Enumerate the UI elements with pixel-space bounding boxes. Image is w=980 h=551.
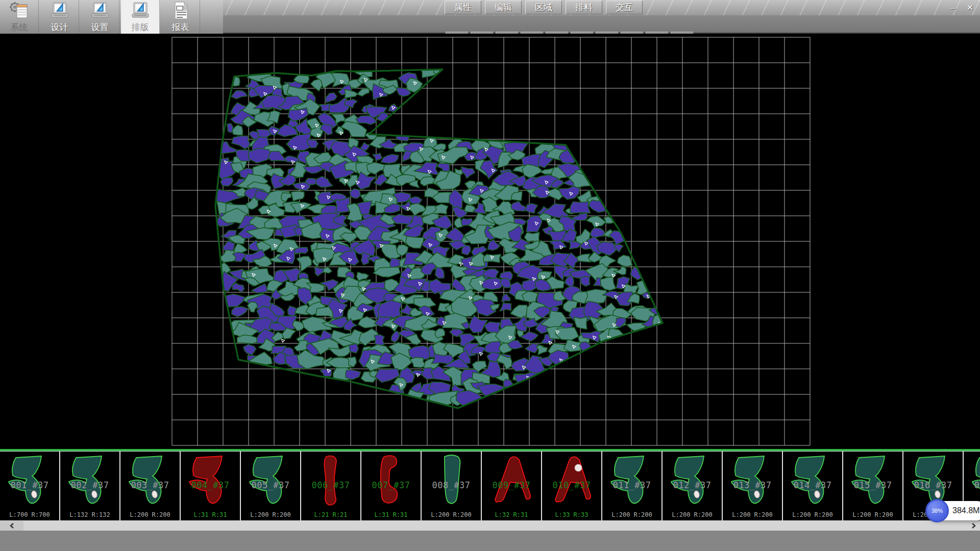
piece-thumbnail[interactable]: 013_#37L:200 R:200: [723, 452, 783, 520]
minimize-button[interactable]: ─: [945, 2, 961, 13]
piece-thumbnail[interactable]: 004_#37L:31 R:31: [181, 452, 241, 520]
piece-lr-count-label: L:200 R:200: [120, 511, 180, 518]
memory-percent-indicator: 38%: [925, 499, 949, 522]
piece-lr-count-label: L:200 R:200: [663, 511, 722, 518]
memory-amount-label: 384.8M: [952, 506, 979, 515]
piece-thumbnail[interactable]: 014_#37L:200 R:200: [783, 452, 843, 520]
report-icon: [170, 2, 191, 21]
piece-thumbnail[interactable]: 003_#37L:200 R:200: [120, 452, 181, 520]
piece-lr-count-label: L:200 R:200: [422, 511, 481, 518]
app-mode-label: 报表: [172, 21, 189, 33]
piece-thumbnail[interactable]: 008_#37L:200 R:200: [422, 452, 482, 520]
piece-lr-count-label: L:132 R:132: [60, 511, 119, 518]
scroll-left-arrow-icon[interactable]: [0, 521, 23, 531]
piece-lr-count-label: L:31 R:31: [361, 511, 421, 518]
app-mode-design-button[interactable]: 设计: [40, 0, 79, 34]
app-mode-label: 设计: [51, 21, 68, 33]
menu-tab-5[interactable]: 交互: [606, 1, 643, 14]
piece-id-label: 006_#37: [301, 480, 360, 490]
scroll-right-arrow-icon[interactable]: [967, 521, 980, 531]
laptop-icon: [90, 2, 110, 21]
ribbon: 属性编辑区域排料交互 ─ ✕ 聚排相机选割全割区域瑕疵左靠右靠上靠下靠 系统设计…: [0, 0, 980, 34]
window-controls: ─ ✕: [945, 2, 978, 13]
piece-lr-count-label: L:33 R:33: [542, 511, 601, 518]
piece-lr-count-label: L:21 R:21: [301, 511, 360, 518]
piece-id-label: 014_#37: [783, 480, 842, 490]
menu-tab-4[interactable]: 排料: [566, 1, 602, 14]
menu-tabs: 属性编辑区域排料交互: [445, 1, 646, 15]
status-bar: [0, 531, 980, 551]
piece-id-label: 001_#37: [0, 480, 59, 490]
laptop-icon: [130, 2, 151, 21]
piece-id-label: 005_#37: [241, 480, 300, 490]
piece-id-label: 012_#37: [663, 480, 722, 490]
piece-lr-count-label: L:700 R:700: [0, 511, 59, 518]
piece-lr-count-label: L:31 R:31: [181, 511, 240, 518]
menu-tab-2[interactable]: 编辑: [485, 1, 522, 14]
piece-lr-count-label: L:200 R:200: [723, 511, 782, 518]
piece-thumbnail[interactable]: 012_#37L:200 R:200: [663, 452, 723, 520]
app-mode-label: 排版: [132, 21, 149, 33]
horizontal-scrollbar[interactable]: [0, 521, 980, 531]
piece-id-label: 013_#37: [723, 480, 782, 490]
app-mode-system-button[interactable]: 系统: [0, 0, 39, 34]
nested-pieces: [209, 66, 672, 407]
piece-id-label: 007_#37: [361, 480, 421, 490]
close-button[interactable]: ✕: [962, 2, 978, 13]
piece-thumbnail[interactable]: 007_#37L:31 R:31: [361, 452, 422, 520]
piece-id-label: 011_#37: [602, 480, 662, 490]
piece-lr-count-label: L:32 R:31: [482, 511, 541, 518]
piece-lr-count-label: L:200 R:200: [843, 511, 902, 518]
app-mode-buttons: 系统设计设置排版报表: [0, 0, 223, 34]
canvas-svg: [0, 34, 980, 449]
gear-icon: [9, 2, 30, 21]
memory-usage-badge: 38% 384.8M: [927, 501, 980, 520]
piece-thumbnail-strip: 001_#37L:700 R:700002_#37L:132 R:132003_…: [0, 451, 980, 521]
piece-id-label: 009_#37: [482, 480, 541, 490]
piece-id-label: 004_#37: [181, 480, 240, 490]
menubar: 属性编辑区域排料交互 ─ ✕: [223, 0, 980, 15]
piece-lr-count-label: L:200 R:200: [783, 511, 842, 518]
piece-id-label: 003_#37: [120, 480, 180, 490]
application-window: 属性编辑区域排料交互 ─ ✕ 聚排相机选割全割区域瑕疵左靠右靠上靠下靠 系统设计…: [0, 0, 980, 551]
app-mode-report-button[interactable]: 报表: [161, 0, 200, 34]
piece-thumbnail[interactable]: 006_#37L:21 R:21: [301, 452, 361, 520]
piece-id-label: 016_#37: [903, 480, 963, 490]
piece-id-label: 002_#37: [60, 480, 119, 490]
piece-thumbnail[interactable]: 011_#37L:200 R:200: [602, 452, 663, 520]
menu-tab-3[interactable]: 区域: [525, 1, 562, 14]
piece-id-label: 008_#37: [422, 480, 481, 490]
tool-row: 聚排相机选割全割区域瑕疵左靠右靠上靠下靠: [223, 15, 980, 33]
piece-id-label: 010_#37: [542, 480, 601, 490]
piece-thumbnail[interactable]: 002_#37L:132 R:132: [60, 452, 120, 520]
nesting-canvas[interactable]: [0, 34, 980, 449]
piece-thumbnail[interactable]: 009_#37L:32 R:31: [482, 452, 542, 520]
piece-thumbnail[interactable]: 015_#37L:200 R:200: [843, 452, 903, 520]
piece-thumbnail[interactable]: 001_#37L:700 R:700: [0, 452, 60, 520]
piece-lr-count-label: L:200 R:200: [602, 511, 662, 518]
app-mode-label: 系统: [11, 21, 28, 33]
app-mode-settings-button[interactable]: 设置: [81, 0, 119, 34]
piece-lr-count-label: L:200 R:200: [241, 511, 300, 518]
piece-thumbnail[interactable]: 010_#37L:33 R:33: [542, 452, 602, 520]
piece-id-label: 017_#37: [964, 480, 980, 490]
laptop-icon: [50, 2, 70, 21]
app-mode-nesting-button[interactable]: 排版: [121, 0, 160, 34]
piece-thumbnail[interactable]: 005_#37L:200 R:200: [241, 452, 301, 520]
piece-id-label: 015_#37: [843, 480, 902, 490]
menu-tab-1[interactable]: 属性: [445, 1, 481, 14]
app-mode-label: 设置: [91, 21, 109, 33]
